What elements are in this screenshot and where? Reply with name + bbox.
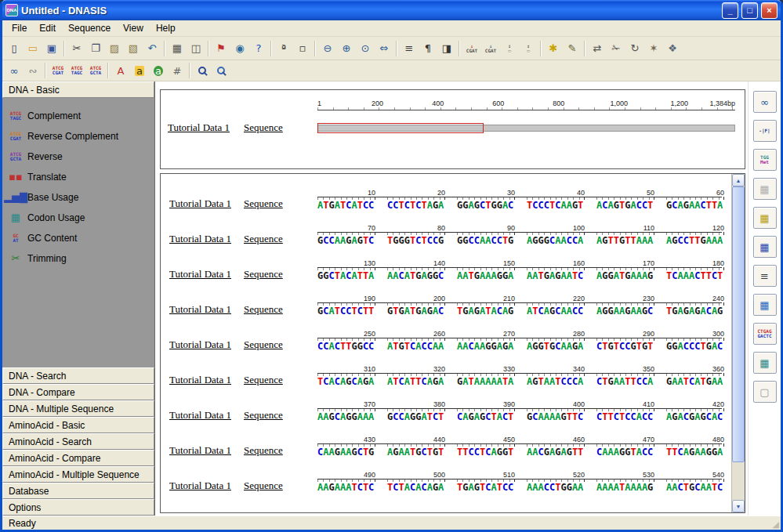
scrollbar-thumb[interactable] (732, 186, 745, 462)
menu-edit[interactable]: Edit (33, 21, 62, 35)
trim-tool-button[interactable]: # (168, 62, 187, 79)
panel-dna-compare[interactable]: DNA - Compare (2, 384, 154, 400)
sidebar-item-codon-usage[interactable]: ▦Codon Usage (9, 209, 154, 226)
row-name[interactable]: Tutorial Data 1 (162, 268, 237, 284)
row-sequence[interactable]: 190GCATCCTCTT200GTGATGAGAC210TGAGATACAG2… (317, 295, 730, 320)
zoom-region-button[interactable]: ⊙ (356, 40, 375, 57)
overview-row-type[interactable]: Sequence (237, 121, 317, 134)
base-case-button[interactable]: ª (274, 40, 293, 57)
panel-dna-multiple-sequence[interactable]: DNA - Multiple Sequence (2, 400, 154, 417)
row-name[interactable]: Tutorial Data 1 (162, 338, 237, 355)
translation-view-button[interactable]: TGGMet (753, 149, 777, 171)
vertical-scrollbar[interactable]: ▲ ▼ (731, 174, 745, 512)
sidebar-item-reverse[interactable]: ATCGGCTAReverse (9, 148, 154, 165)
report-disabled-button[interactable]: ▢ (753, 381, 777, 403)
sidebar-item-gc-content[interactable]: GCATGC Content (9, 230, 154, 246)
panel-dna-basic[interactable]: DNA - Basic (2, 81, 154, 98)
panel-aminoacid-search[interactable]: AminoAcid - Search (2, 433, 154, 450)
linked-view-button[interactable]: ∞ (753, 91, 777, 113)
scrollbar-track[interactable] (732, 186, 745, 500)
reverse-complement-tool-button[interactable]: ATCGTAGC (67, 62, 86, 79)
row-sequence[interactable]: 310TCACAGCAGA320ATCATTCAGA330GATAAAAATA3… (317, 365, 730, 390)
row-sequence[interactable]: 250CCACTTGGCC260ATGTCACCAA270AACAAGGAGA2… (317, 330, 730, 355)
maximize-button[interactable]: □ (741, 2, 758, 19)
selection-region[interactable] (317, 123, 484, 133)
row-name[interactable]: Tutorial Data 1 (162, 444, 237, 461)
panel-aminoacid-basic[interactable]: AminoAcid - Basic (2, 417, 154, 433)
row-type[interactable]: Sequence (237, 444, 317, 461)
scroll-up-button[interactable]: ▲ (732, 174, 745, 186)
row-name[interactable]: Tutorial Data 1 (162, 197, 237, 214)
row-type[interactable]: Sequence (237, 409, 317, 425)
lowercase-tool-button[interactable]: a (130, 62, 149, 79)
save-button[interactable]: ▣ (42, 40, 61, 57)
menu-view[interactable]: View (117, 21, 150, 35)
table-view-button[interactable]: ▦ (753, 352, 777, 374)
sidebar-item-complement[interactable]: ATCGTAGCComplement (9, 107, 154, 124)
row-type[interactable]: Sequence (237, 268, 317, 284)
row-type[interactable]: Sequence (237, 303, 317, 320)
convert-button[interactable]: ⇄ (588, 40, 607, 57)
batch-button[interactable]: ❖ (663, 40, 682, 57)
open-folder-button[interactable]: ▭ (24, 40, 42, 57)
import-sequence-button[interactable]: ↓CGAT (462, 40, 481, 57)
fit-width-button[interactable]: ⇔ (375, 40, 393, 57)
uppercase-tool-button[interactable]: a (149, 62, 168, 79)
menu-sequence[interactable]: Sequence (62, 21, 117, 35)
row-name[interactable]: Tutorial Data 1 (162, 480, 237, 496)
resize-grip[interactable]: ◢ (773, 520, 779, 529)
panel-aminoacid-multiple-sequence[interactable]: AminoAcid - Multiple Sequence (2, 466, 154, 483)
cut-button[interactable]: ✂ (67, 40, 86, 57)
scroll-down-button[interactable]: ▼ (732, 500, 745, 512)
complement-tool-button[interactable]: ATCGCGAT (49, 62, 67, 79)
new-analysis-button[interactable]: ✱ (544, 40, 563, 57)
splice-button[interactable]: ✁ (607, 40, 625, 57)
menu-file[interactable]: File (5, 21, 33, 35)
panel-aminoacid-compare[interactable]: AminoAcid - Compare (2, 450, 154, 466)
rotate-button[interactable]: ↻ (625, 40, 644, 57)
new-document-button[interactable]: ▯ (5, 40, 24, 57)
codon-usage-view-button[interactable]: ▦ (753, 236, 777, 258)
print-button[interactable]: ▦ (168, 40, 187, 57)
translate-tool-button[interactable]: A (111, 62, 130, 79)
row-sequence[interactable]: 70GCCAAGAGTC80TGGGTCTCCG90GGCCAACCTG100A… (317, 224, 730, 249)
gc-content-view-button[interactable]: ≡ (753, 265, 777, 287)
sidebar-item-trimming[interactable]: ✂Trimming (9, 250, 154, 266)
zoom-out-button[interactable]: ⊖ (318, 40, 337, 57)
wrap-view-button[interactable]: ¶ (419, 40, 437, 57)
report-view-button[interactable]: ◨ (437, 40, 456, 57)
row-sequence[interactable]: 490AAGAAATCTC500TCTACACAGA510TGAGTCATCC5… (317, 471, 730, 496)
undo-button[interactable]: ↶ (143, 40, 161, 57)
paste-button[interactable]: ▨ (105, 40, 124, 57)
row-name[interactable]: Tutorial Data 1 (162, 303, 237, 320)
row-name[interactable]: Tutorial Data 1 (162, 374, 237, 390)
sidebar-item-translate[interactable]: ▪▪Translate (9, 168, 154, 185)
flag-button[interactable]: ⚑ (212, 40, 230, 57)
web-button[interactable]: ◉ (230, 40, 249, 57)
sidebar-item-base-usage[interactable]: ▂▅▇Base Usage (9, 189, 154, 205)
row-type[interactable]: Sequence (237, 374, 317, 390)
row-name[interactable]: Tutorial Data 1 (162, 409, 237, 425)
edit-annotation-button[interactable]: ✎ (563, 40, 582, 57)
panel-dna-search[interactable]: DNA - Search (2, 367, 154, 384)
row-type[interactable]: Sequence (237, 197, 317, 214)
find-options-button[interactable] (212, 62, 230, 79)
single-line-view-button[interactable]: ≡ (400, 40, 419, 57)
feature-map-button[interactable]: -|F| (753, 120, 777, 142)
zoom-in-button[interactable]: ⊕ (337, 40, 356, 57)
row-sequence[interactable]: 10ATGATCATCC20CCTCTCTAGA30GGAGCTGGAC40TC… (317, 189, 730, 214)
shift-up-button[interactable]: ↥▭ (519, 40, 538, 57)
sequence-text-view-button[interactable]: CTGAGGACTC (753, 323, 777, 345)
process-button[interactable]: ✶ (644, 40, 663, 57)
panel-database[interactable]: Database (2, 483, 154, 499)
reverse-tool-button[interactable]: ATCGGCTA (86, 62, 105, 79)
sidebar-item-reverse-complement[interactable]: ATCGCGATReverse Complement (9, 128, 154, 144)
base-usage-view-button[interactable]: ▦ (753, 207, 777, 229)
print-preview-button[interactable]: ◫ (187, 40, 205, 57)
row-sequence[interactable]: 370AAGCAGGAAA380GCCAGGATCT390CAGAGCTACT4… (317, 400, 730, 425)
shift-down-button[interactable]: ↧▭ (500, 40, 519, 57)
selection-mode-button[interactable]: ▫ (293, 40, 312, 57)
row-type[interactable]: Sequence (237, 338, 317, 355)
minimize-button[interactable]: _ (722, 2, 738, 19)
menu-help[interactable]: Help (150, 21, 182, 35)
